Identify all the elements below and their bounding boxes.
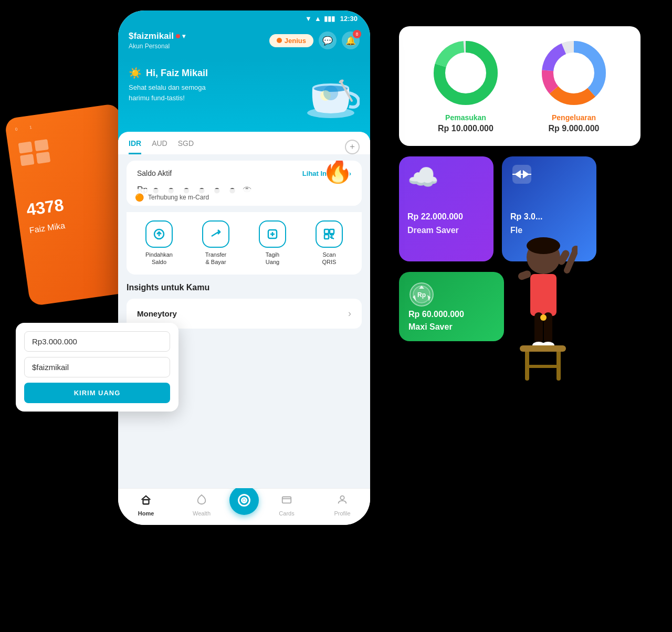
nav-wealth[interactable]: Wealth xyxy=(174,494,229,517)
nav-cards[interactable]: Cards xyxy=(259,494,314,517)
dream-saver-name: Dream Saver xyxy=(407,226,485,235)
svg-rect-22 xyxy=(143,500,149,504)
signal-icon: ▼ xyxy=(305,15,312,23)
greeting-text: Hi, Faiz Mikail xyxy=(146,68,208,79)
svg-point-25 xyxy=(244,499,245,500)
center-logo-icon xyxy=(237,493,251,508)
svg-rect-0 xyxy=(18,141,33,153)
tagih-uang-button[interactable]: TagihUang xyxy=(259,220,286,266)
svg-point-45 xyxy=(527,237,560,254)
dream-saver-amount: Rp 22.000.000 xyxy=(407,212,485,222)
hero-text: ☀️ Hi, Faiz Mikail Sehat selalu dan semo… xyxy=(129,67,208,103)
notification-button[interactable]: 🔔 8 xyxy=(342,31,360,49)
hero-subtitle: Sehat selalu dan semogaharimu fund-tasti… xyxy=(129,82,208,103)
tab-aud[interactable]: AUD xyxy=(152,139,167,154)
nav-home[interactable]: Home xyxy=(118,494,174,517)
svg-rect-58 xyxy=(525,365,561,368)
scan-qris-button[interactable]: ScanQRIS xyxy=(316,220,343,266)
svg-point-59 xyxy=(540,314,547,321)
pemasukan-item: Pemasukan Rp 10.000.000 xyxy=(432,39,500,133)
tab-sgd[interactable]: SGD xyxy=(178,139,194,154)
main-content: IDR AUD SGD ＋ Saldo Aktif Lihat In & Out… xyxy=(118,132,370,488)
moneytory-chevron: › xyxy=(348,308,351,319)
dream-saver-icon: ☁️ xyxy=(407,163,439,192)
nav-home-label: Home xyxy=(138,510,154,517)
amount-input[interactable] xyxy=(24,331,170,352)
recipient-input[interactable] xyxy=(24,357,170,377)
maxi-saver-name: Maxi Saver xyxy=(408,322,495,332)
wealth-icon xyxy=(196,494,207,509)
tagih-label: TagihUang xyxy=(266,251,279,266)
sun-icon: ☀️ xyxy=(129,67,142,79)
flame-illustration: 🔥 xyxy=(322,161,353,185)
maxi-saver-card[interactable]: Rp Rp 60.000.000 Maxi Saver xyxy=(399,272,504,341)
status-bar: ▼ ▲ ▮▮▮ 12:30 xyxy=(118,10,370,27)
dream-saver-card[interactable]: ☁️ Rp 22.000.000 Dream Saver xyxy=(399,156,494,261)
kirim-uang-button[interactable]: KIRIM UANG xyxy=(24,383,170,403)
online-dot xyxy=(176,34,180,38)
m-card-tag: 🟠 Terhubung ke m-Card xyxy=(127,189,362,206)
balance-card: Saldo Aktif Lihat In & Out › Rp ● ● ● ● … xyxy=(127,161,362,206)
svg-rect-2 xyxy=(20,154,35,166)
balance-header-row: Saldo Aktif Lihat In & Out › xyxy=(137,169,351,177)
svg-rect-26 xyxy=(282,497,291,503)
character-illustration xyxy=(509,231,578,433)
pindahkan-saldo-button[interactable]: PindahkanSaldo xyxy=(145,220,173,266)
svg-rect-1 xyxy=(34,139,49,151)
greeting-row: ☀️ Hi, Faiz Mikail xyxy=(129,67,208,79)
transfer-bayar-button[interactable]: Transfer& Bayar xyxy=(202,220,229,266)
username-row[interactable]: $faizmikail ▾ xyxy=(129,31,185,41)
svg-rect-18 xyxy=(324,235,329,239)
tagih-icon xyxy=(259,220,286,248)
clock: 12:30 xyxy=(340,15,358,23)
pemasukan-amount: Rp 10.000.000 xyxy=(432,124,500,133)
nav-profile[interactable]: Profile xyxy=(314,494,370,517)
card-logo-icon xyxy=(17,138,51,167)
svg-rect-46 xyxy=(530,274,556,316)
user-info: $faizmikail ▾ Akun Personal xyxy=(129,31,185,50)
bottom-nav: Home Wealth xyxy=(118,488,370,525)
nav-profile-label: Profile xyxy=(334,510,350,517)
phone-frame: ▼ ▲ ▮▮▮ 12:30 $faizmikail ▾ Akun Persona… xyxy=(118,10,370,525)
flex-saver-amount: Rp 3.0... xyxy=(510,212,588,222)
notification-count: 8 xyxy=(353,30,361,38)
nav-center[interactable] xyxy=(229,496,259,515)
transfer-label: Transfer& Bayar xyxy=(205,251,227,266)
jenius-badge[interactable]: Jenius xyxy=(269,34,313,47)
nav-cards-label: Cards xyxy=(279,510,294,517)
home-icon xyxy=(140,494,152,509)
chat-button[interactable]: 💬 xyxy=(319,31,337,49)
nav-center-button[interactable] xyxy=(229,486,259,515)
m-card-icon: 🟠 xyxy=(135,193,144,202)
pengeluaran-amount: Rp 9.000.000 xyxy=(540,124,608,133)
maxi-saver-icon: Rp xyxy=(408,281,495,310)
scan-label: ScanQRIS xyxy=(322,251,337,266)
header-actions: Jenius 💬 🔔 8 xyxy=(269,31,360,49)
actions-row: PindahkanSaldo Transfer& Bayar xyxy=(127,212,362,275)
pindahkan-icon xyxy=(145,220,173,248)
jenius-dot xyxy=(277,38,282,43)
insights-section: Insights untuk Kamu Moneytory › xyxy=(127,283,362,329)
svg-point-8 xyxy=(323,86,338,100)
battery-icon: ▮▮▮ xyxy=(324,15,335,23)
tab-idr[interactable]: IDR xyxy=(129,139,141,154)
svg-point-28 xyxy=(340,496,344,500)
nav-wealth-label: Wealth xyxy=(193,510,211,517)
username-text: $faizmikail xyxy=(129,31,174,41)
scan-icon xyxy=(316,220,343,248)
svg-rect-17 xyxy=(330,229,334,234)
status-icons: ▼ ▲ ▮▮▮ xyxy=(305,15,335,23)
pengeluaran-donut xyxy=(540,39,608,107)
svg-text:Rp: Rp xyxy=(417,291,426,299)
pengeluaran-label: Pengeluaran xyxy=(540,113,608,122)
network-icon: ▲ xyxy=(314,15,321,23)
add-currency-button[interactable]: ＋ xyxy=(345,140,360,154)
dropdown-icon: ▾ xyxy=(182,33,185,40)
send-money-overlay: KIRIM UANG xyxy=(16,323,178,412)
maxi-saver-amount: Rp 60.000.000 xyxy=(408,310,495,319)
svg-rect-57 xyxy=(520,345,566,352)
flex-saver-icon xyxy=(510,163,533,188)
jenius-label: Jenius xyxy=(285,37,306,45)
chat-icon: 💬 xyxy=(322,36,333,46)
transfer-icon xyxy=(202,220,229,248)
